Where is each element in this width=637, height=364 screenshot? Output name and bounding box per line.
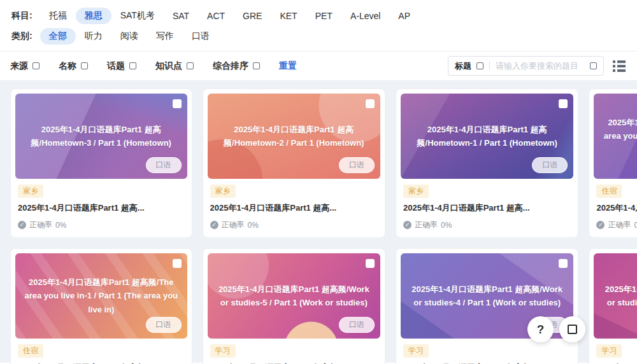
speaking-badge: 口语 [146,317,182,333]
subject-tab-row: 科目: 托福 雅思 SAT机考 SAT ACT GRE KET PET A-Le… [11,6,637,25]
search-field-selector[interactable]: 标题 [455,60,471,72]
tab-act[interactable]: ACT [198,8,234,24]
card-banner: 2025年1-4月口语题库Part1 超高频/Hometown-3 / Part… [15,94,187,179]
accuracy-row: ✓ 正确率 0% [596,220,637,230]
filter-sort[interactable]: 综合排序 [213,60,260,72]
card-checkbox[interactable] [559,259,568,268]
banner-title: 2025年1-4月口语题库Part1 超高频/The area you live… [594,116,637,157]
search-option-icon[interactable] [590,62,597,69]
topic-tag: 住宿 [18,344,43,358]
topic-tag: 家乡 [403,185,429,198]
check-circle-icon: ✓ [403,221,412,229]
search-input[interactable] [496,61,590,71]
card-banner: 2025年1-4月口语题库Part1 超高频/Hometown-2 / Part… [208,94,380,179]
card-checkbox[interactable] [173,259,182,268]
card-title: 2025年1-4月口语题库Part1 超高... [403,202,571,214]
floating-buttons: ? [527,316,585,342]
search-divider [489,61,490,71]
tab-ielts[interactable]: 雅思 [76,8,111,24]
question-card[interactable]: 2025年1-4月口语题库Part1 超高频/Work or studies-5… [203,248,385,364]
search-box[interactable]: 标题 [448,56,604,76]
accuracy-row: ✓ 正确率 0% [403,220,571,230]
card-title: 2025年1-4月口语题库Part1 超高频/The are... [596,202,637,214]
tab-ket[interactable]: KET [271,8,306,24]
tab-gre[interactable]: GRE [234,8,271,24]
selector-icon [32,62,39,69]
speaking-badge: 口语 [146,157,182,173]
selector-icon [253,62,260,69]
banner-title: 2025年1-4月口语题库Part1 超高频/Work or studies-5… [208,283,380,310]
accuracy-row: ✓ 正确率 0% [210,220,378,230]
accuracy-row: ✓ 正确率 0% [18,220,185,230]
selector-icon[interactable] [476,62,483,69]
topic-tag: 学习 [403,344,429,358]
filter-name[interactable]: 名称 [59,60,88,72]
tab-writing[interactable]: 写作 [147,28,183,45]
card-banner: 2025年1-4月口语题库Part1 超高频/The area you live… [594,94,637,179]
topic-tag: 学习 [210,344,236,358]
speaking-badge: 口语 [339,157,375,173]
card-title: 2025年1-4月口语题库Part1 超高... [18,202,185,214]
selector-icon [129,62,136,69]
card-title: 2025年1-4月口语题库Part1 超高... [210,202,378,214]
card-banner: 2025年1-4月口语题库Part1 超高频/Work or studies-5… [208,253,380,339]
reset-button[interactable]: 重置 [279,60,297,72]
tab-pet[interactable]: PET [306,8,341,24]
question-mark-icon: ? [537,323,545,337]
category-label: 类别: [11,31,32,42]
tab-reading[interactable]: 阅读 [111,28,147,45]
category-tab-row: 类别: 全部 听力 阅读 写作 口语 [11,27,637,46]
filter-topic[interactable]: 话题 [107,60,136,72]
topic-tag: 住宿 [596,185,622,198]
question-card[interactable]: 2025年1-4月口语题库Part1 超高频/Hometown-1 / Part… [396,88,578,238]
card-banner: 2025年1-4月口语题库Part1 超高频/Work or studies-3… [594,253,637,339]
filter-source[interactable]: 来源 [10,60,39,72]
check-circle-icon: ✓ [210,221,218,229]
tab-all[interactable]: 全部 [40,28,76,45]
square-icon [568,325,577,334]
tab-sat-digital[interactable]: SAT机考 [111,8,164,24]
banner-title: 2025年1-4月口语题库Part1 超高频/Hometown-2 / Part… [208,123,380,150]
selector-icon [187,62,194,69]
check-circle-icon: ✓ [18,221,26,229]
topic-tag: 家乡 [210,185,236,198]
filter-bar: 来源 名称 话题 知识点 综合排序 重置 标题 [0,52,637,80]
tab-listening[interactable]: 听力 [76,28,111,45]
topic-tag: 家乡 [18,185,43,198]
card-checkbox[interactable] [366,259,375,268]
tab-speaking[interactable]: 口语 [183,28,218,45]
banner-title: 2025年1-4月口语题库Part1 超高频/Hometown-1 / Part… [401,123,573,150]
tab-toefl[interactable]: 托福 [40,8,76,24]
banner-title: 2025年1-4月口语题库Part1 超高频/Hometown-3 / Part… [15,123,187,150]
banner-title: 2025年1-4月口语题库Part1 超高频/Work or studies-3… [594,283,637,310]
question-card[interactable]: 2025年1-4月口语题库Part1 超高频/The area you live… [589,88,637,238]
card-banner: 2025年1-4月口语题库Part1 超高频/The area you live… [15,253,187,339]
question-card[interactable]: 2025年1-4月口语题库Part1 超高频/Hometown-2 / Part… [203,88,385,238]
tab-ap[interactable]: AP [389,8,419,24]
card-checkbox[interactable] [366,99,375,108]
check-circle-icon: ✓ [596,221,605,229]
tab-sat[interactable]: SAT [164,8,198,24]
card-banner: 2025年1-4月口语题库Part1 超高频/Hometown-1 / Part… [401,94,573,179]
question-card[interactable]: 2025年1-4月口语题库Part1 超高频/Work or studies-4… [396,248,578,364]
speaking-badge: 口语 [532,157,568,173]
question-card[interactable]: 2025年1-4月口语题库Part1 超高频/Hometown-3 / Part… [10,88,192,238]
banner-title: 2025年1-4月口语题库Part1 超高频/Work or studies-4… [401,283,573,310]
banner-title: 2025年1-4月口语题库Part1 超高频/The area you live… [15,276,187,316]
help-button[interactable]: ? [527,316,554,342]
subject-label: 科目: [11,10,32,22]
list-view-icon[interactable] [612,59,627,73]
question-card[interactable]: 2025年1-4月口语题库Part1 超高频/The area you live… [10,248,192,364]
card-checkbox[interactable] [173,99,182,108]
speaking-badge: 口语 [339,317,375,333]
topic-tag: 学习 [596,344,622,358]
selector-icon [81,62,88,69]
question-card[interactable]: 2025年1-4月口语题库Part1 超高频/Work or studies-3… [589,248,637,364]
filter-knowledge[interactable]: 知识点 [155,60,194,72]
tab-alevel[interactable]: A-Level [341,8,389,24]
feedback-button[interactable] [559,316,585,342]
card-checkbox[interactable] [559,99,568,108]
header: 科目: 托福 雅思 SAT机考 SAT ACT GRE KET PET A-Le… [0,0,637,51]
